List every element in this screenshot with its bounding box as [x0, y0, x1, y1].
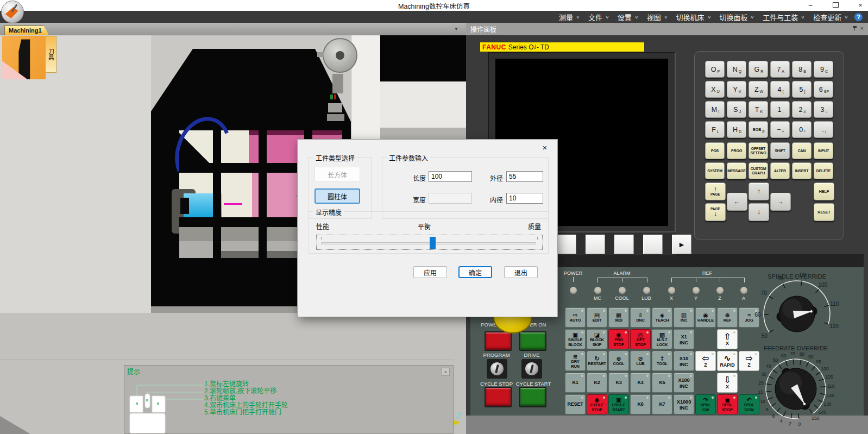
key-insert[interactable]: INSERT	[792, 162, 812, 179]
key-7[interactable]: 7A	[770, 61, 790, 78]
menu-item-文件[interactable]: 文件∨	[584, 11, 613, 23]
panel-key-single-block[interactable]: ▣SINGLEBLOCK	[565, 329, 586, 349]
drive-keyswitch[interactable]	[521, 359, 542, 379]
key-m[interactable]: MI	[705, 101, 725, 118]
panel-key-rapid[interactable]: ∿RAPID	[717, 351, 738, 371]
panel-key-x[interactable]: ⇩X	[717, 373, 738, 393]
key-message[interactable]: MESSAGE	[727, 162, 746, 179]
soft-key-3[interactable]	[586, 235, 605, 254]
key-3[interactable]: 3=	[814, 101, 833, 118]
key-9[interactable]: 9C	[814, 61, 833, 78]
length-input[interactable]	[429, 171, 472, 182]
panel-key-k7[interactable]: K7	[652, 394, 672, 414]
pin-icon[interactable]	[854, 26, 855, 30]
key-z[interactable]: ZW	[749, 81, 768, 98]
panel-key-k3[interactable]: K3	[608, 373, 629, 393]
panel-key-edit[interactable]: ▤EDIT	[587, 307, 607, 328]
key-o[interactable]: OP	[705, 61, 725, 78]
key-5[interactable]: 5]	[792, 81, 812, 98]
panel-key-ref[interactable]: ⊕REF	[717, 307, 738, 328]
key-8[interactable]: 8B	[792, 61, 812, 78]
key-y[interactable]: YV	[727, 81, 746, 98]
help-key[interactable]: HELP	[814, 183, 834, 200]
ok-button[interactable]: 确定	[458, 266, 492, 278]
key-n[interactable]: NQ	[727, 61, 746, 78]
chevron-down-icon[interactable]: ▼	[454, 27, 458, 32]
precision-slider[interactable]	[316, 235, 543, 250]
key-1[interactable]: 1,	[770, 101, 790, 118]
menu-item-检查更新[interactable]: 检查更新∨	[809, 11, 852, 23]
slider-track[interactable]	[321, 242, 536, 244]
cycle-start-button[interactable]	[519, 387, 546, 407]
key-shift[interactable]: SHIFT	[770, 142, 790, 159]
soft-key-2[interactable]	[557, 235, 576, 254]
panel-key-k5[interactable]: K5	[652, 373, 672, 393]
spindle-override-knob[interactable]	[776, 296, 818, 332]
panel-key-x10-inc[interactable]: X10INC	[674, 351, 694, 371]
menu-item-工件与工装[interactable]: 工件与工装∨	[758, 11, 809, 23]
cylinder-button[interactable]: 圆柱体	[315, 188, 360, 204]
panel-key-x[interactable]: ⇧X	[717, 329, 738, 349]
soft-key-6[interactable]: ▶	[672, 235, 691, 254]
feedrate-override-knob[interactable]	[775, 366, 816, 411]
menu-item-设置[interactable]: 设置∨	[613, 11, 643, 23]
key-.[interactable]: ./	[814, 121, 833, 138]
key-f[interactable]: FL	[705, 121, 725, 138]
key-system[interactable]: SYSTEM	[705, 162, 725, 179]
soft-key-5[interactable]	[643, 235, 663, 254]
panel-key-tool[interactable]: ‡TOOL	[652, 351, 672, 371]
panel-key-x1-inc[interactable]: X1INC	[674, 329, 694, 349]
id-input[interactable]	[506, 193, 543, 204]
tab-machining1[interactable]: Machining1	[4, 26, 49, 35]
menu-item-测量[interactable]: 测量∨	[555, 11, 584, 23]
key-t[interactable]: TK	[749, 101, 768, 118]
menu-item-切换面板[interactable]: 切换面板∨	[715, 11, 758, 23]
panel-key-mdi[interactable]: ▦MDI	[608, 307, 629, 328]
apply-button[interactable]: 应用	[413, 266, 447, 278]
panel-key-spdl-cw[interactable]: ↷SPDLCW	[695, 394, 716, 414]
minimize-button[interactable]: –	[806, 2, 815, 9]
menu-item-视图[interactable]: 视图∨	[643, 11, 672, 23]
cursor-right-key[interactable]: →	[770, 193, 791, 211]
key-input[interactable]: INPUT	[814, 142, 833, 159]
panel-key-restart[interactable]: ↻RESTART	[587, 351, 607, 371]
cuboid-button[interactable]: 长方体	[315, 167, 360, 182]
key-eob[interactable]: EOBE	[749, 121, 768, 138]
panel-key-cool[interactable]: ⊚COOL	[608, 351, 629, 371]
page-up-key[interactable]: ↑ PAGE	[705, 183, 726, 200]
key-x[interactable]: XU	[705, 81, 725, 98]
key-−[interactable]: −+	[770, 121, 790, 138]
key-alter[interactable]: ALTER	[770, 162, 790, 179]
panel-key-opt-stop[interactable]: ◎OPTSTOP	[630, 329, 651, 349]
panel-key-dnc[interactable]: ⇩DNC	[630, 307, 651, 328]
panel-close-icon[interactable]: ×	[860, 25, 864, 32]
maximize-button[interactable]	[831, 2, 840, 9]
key-2[interactable]: 2#	[792, 101, 812, 118]
key-6[interactable]: 6SP	[814, 81, 833, 98]
page-down-key[interactable]: PAGE ↓	[705, 203, 726, 221]
panel-key-handle[interactable]: ◉HANDLE	[695, 307, 716, 328]
reset-key[interactable]: RESET	[814, 203, 834, 221]
soft-key-4[interactable]	[614, 235, 634, 254]
slider-thumb[interactable]	[430, 237, 436, 249]
key-offset-setting[interactable]: OFFSET SETTING	[749, 142, 768, 159]
key-can[interactable]: CAN	[792, 142, 812, 159]
program-keyswitch[interactable]	[487, 359, 507, 379]
panel-key-k6[interactable]: K6	[630, 394, 651, 414]
dialog-close-icon[interactable]: ×	[540, 143, 550, 152]
panel-key-x1000-inc[interactable]: X1000INC	[674, 394, 694, 414]
power-on-button[interactable]	[519, 331, 546, 351]
key-prog[interactable]: PROG	[727, 142, 746, 159]
cursor-up-key[interactable]: ↑	[749, 183, 769, 200]
hints-close-icon[interactable]: ×	[442, 368, 450, 376]
key-h[interactable]: HD	[727, 121, 746, 138]
od-input[interactable]	[506, 171, 543, 182]
panel-key-reset[interactable]: RESET	[565, 394, 586, 414]
cycle-stop-button[interactable]	[485, 387, 512, 407]
panel-key-k1[interactable]: K1	[565, 373, 586, 393]
menu-item-切换机床[interactable]: 切换机床∨	[672, 11, 715, 23]
panel-key-cycle-start[interactable]: ▣CYCLESTART	[608, 394, 629, 414]
key-4[interactable]: 4[	[770, 81, 790, 98]
panel-key-teach[interactable]: ◈TEACH	[652, 307, 672, 328]
tool-thumbnail[interactable]	[2, 36, 46, 79]
